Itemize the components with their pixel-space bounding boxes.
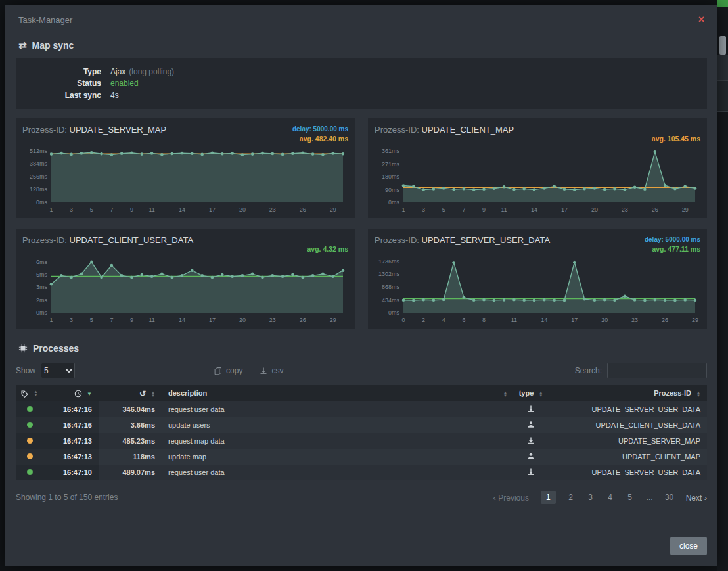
column-header-type[interactable]: type ▲▼ xyxy=(510,385,552,401)
show-entries-select[interactable]: 5 xyxy=(41,363,75,378)
svg-text:11: 11 xyxy=(511,317,517,323)
svg-text:3: 3 xyxy=(422,206,425,213)
map-sync-heading-label: Map sync xyxy=(32,40,74,51)
sort-icon: ▲▼ xyxy=(539,391,543,398)
svg-text:23: 23 xyxy=(269,206,276,213)
modal-title: Task-Manager xyxy=(18,15,72,25)
svg-text:1: 1 xyxy=(49,206,53,213)
table-row[interactable]: 16:47:163.66msupdate usersUPDATE_CLIENT_… xyxy=(16,417,707,433)
type-cell xyxy=(510,465,552,480)
page-button-2[interactable]: 2 xyxy=(566,493,576,502)
info-label: Last sync xyxy=(16,89,101,101)
column-header-time[interactable]: ▼ xyxy=(43,385,99,401)
search-input[interactable] xyxy=(607,363,707,378)
sort-icon: ▲▼ xyxy=(503,391,507,398)
svg-text:14: 14 xyxy=(541,317,547,323)
time-cell: 16:47:13 xyxy=(43,433,99,449)
pagination: ‹ Previous 12345...30 Next › xyxy=(493,491,707,504)
modal-footer: close xyxy=(5,528,717,566)
info-value: Ajax(long polling) xyxy=(110,66,174,78)
pagination-pages: 12345...30 xyxy=(541,491,674,504)
svg-text:20: 20 xyxy=(601,317,608,323)
download-icon xyxy=(527,469,535,477)
type-cell xyxy=(510,449,552,465)
background-fragment xyxy=(717,55,728,80)
scrollbar-thumb[interactable] xyxy=(719,36,726,55)
chart-title: Prozess-ID: UPDATE_CLIENT_USER_DATA xyxy=(22,234,193,245)
table-footer: Showing 1 to 5 of 150 entries ‹ Previous… xyxy=(16,491,707,504)
close-x-button[interactable]: × xyxy=(698,14,704,25)
status-cell xyxy=(16,401,43,417)
column-header-duration[interactable]: ↺ ▲▼ xyxy=(99,385,162,401)
pagination-next[interactable]: Next › xyxy=(686,493,707,503)
svg-text:26: 26 xyxy=(662,317,668,323)
page-button-1[interactable]: 1 xyxy=(541,491,556,504)
table-info-text: Showing 1 to 5 of 150 entries xyxy=(16,493,118,502)
csv-button[interactable]: csv xyxy=(260,366,283,375)
svg-text:512ms: 512ms xyxy=(30,148,48,154)
svg-text:29: 29 xyxy=(330,206,336,213)
page-button-5[interactable]: 5 xyxy=(626,493,635,502)
background-right-strip xyxy=(717,0,728,571)
svg-text:29: 29 xyxy=(682,206,689,213)
svg-text:3ms: 3ms xyxy=(36,284,48,290)
close-button[interactable]: close xyxy=(670,537,707,555)
chart-title: Prozess-ID: UPDATE_SERVER_MAP xyxy=(22,124,166,135)
svg-text:23: 23 xyxy=(269,317,276,323)
avg-label: avg. 105.45 ms xyxy=(652,134,700,143)
status-dot xyxy=(27,469,33,475)
svg-text:4: 4 xyxy=(442,317,445,323)
svg-text:1: 1 xyxy=(49,317,53,323)
avg-label: avg. 482.40 ms xyxy=(292,134,348,143)
table-row[interactable]: 16:47:16346.04msrequest user dataUPDATE_… xyxy=(16,401,707,417)
info-row-last-sync: Last sync 4s xyxy=(16,89,707,101)
svg-text:0ms: 0ms xyxy=(36,199,48,206)
column-header-description[interactable]: description ▲▼ xyxy=(162,385,510,401)
chart-update-server-user-data: 1736ms1302ms868ms434ms0ms024681114172023… xyxy=(375,255,700,326)
svg-text:7: 7 xyxy=(110,206,113,213)
svg-text:0ms: 0ms xyxy=(388,309,400,316)
svg-text:17: 17 xyxy=(209,317,216,323)
svg-text:9: 9 xyxy=(130,317,133,323)
type-cell xyxy=(510,401,552,417)
pagination-ellipsis: ... xyxy=(645,493,654,502)
download-icon xyxy=(260,367,267,375)
info-label: Type xyxy=(16,66,101,78)
page-button-30[interactable]: 30 xyxy=(665,493,674,502)
svg-text:23: 23 xyxy=(631,317,638,323)
show-label: Show xyxy=(16,366,35,375)
column-header-process-id[interactable]: Prozess-ID ▲▼ xyxy=(552,385,707,401)
status-dot xyxy=(27,453,33,459)
time-cell: 16:47:16 xyxy=(43,417,99,433)
map-sync-icon: ⇄ xyxy=(18,39,27,51)
table-row[interactable]: 16:47:10489.07msrequest user dataUPDATE_… xyxy=(16,465,707,480)
download-icon xyxy=(527,406,535,414)
history-icon: ↺ xyxy=(139,389,146,398)
description-cell: request user data xyxy=(162,401,510,417)
background-map-fragment xyxy=(717,0,728,7)
svg-text:7: 7 xyxy=(462,206,465,213)
page-button-3[interactable]: 3 xyxy=(586,493,595,502)
table-row[interactable]: 16:47:13118msupdate mapUPDATE_CLIENT_MAP xyxy=(16,449,707,465)
modal-body: ⇄ Map sync Type Ajax(long polling) Statu… xyxy=(5,29,717,528)
pagination-previous[interactable]: ‹ Previous xyxy=(493,493,529,503)
svg-text:23: 23 xyxy=(622,206,628,213)
duration-cell: 485.23ms xyxy=(99,433,162,449)
table-row[interactable]: 16:47:13485.23msrequest map dataUPDATE_S… xyxy=(16,433,707,449)
copy-button[interactable]: copy xyxy=(214,366,242,375)
svg-text:0ms: 0ms xyxy=(36,309,48,316)
svg-text:17: 17 xyxy=(561,206,568,213)
svg-text:384ms: 384ms xyxy=(30,160,48,167)
duration-cell: 118ms xyxy=(99,449,162,465)
time-cell: 16:47:16 xyxy=(43,401,99,417)
status-cell xyxy=(16,465,43,480)
duration-cell: 346.04ms xyxy=(99,401,162,417)
column-header-tag[interactable]: ▲▼ xyxy=(16,385,43,401)
description-cell: request user data xyxy=(162,465,510,480)
task-manager-modal: Task-Manager × ⇄ Map sync Type Ajax(long… xyxy=(5,5,717,566)
page-button-4[interactable]: 4 xyxy=(606,493,615,502)
type-cell xyxy=(510,433,552,449)
chevron-right-icon: › xyxy=(704,493,707,503)
info-extra: (long polling) xyxy=(129,67,174,76)
table-header-row: ▲▼ ▼ ↺ ▲▼ description ▲▼ ty xyxy=(16,385,707,401)
